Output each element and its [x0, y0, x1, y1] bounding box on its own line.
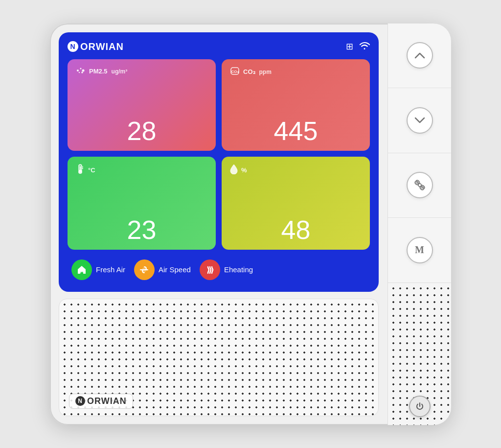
- mode-label: M: [415, 244, 424, 256]
- brand-logo: N ORWIAN: [68, 41, 124, 52]
- brand-text-bottom: ORWIAN: [87, 396, 127, 406]
- sensor-grid: PM2.5 ug/m³ 28 CO₂ CO₂: [68, 59, 370, 250]
- air-speed-button[interactable]: [134, 259, 155, 280]
- wifi-icon: [359, 41, 370, 52]
- mode-button[interactable]: M: [407, 237, 433, 263]
- right-controls: M: [388, 24, 451, 283]
- header-icons: ⊞: [346, 41, 370, 52]
- pm25-card: PM2.5 ug/m³ 28: [68, 59, 216, 151]
- pm25-icon: [75, 66, 86, 77]
- down-button[interactable]: [407, 107, 433, 134]
- humidity-icon: [229, 164, 238, 176]
- fresh-air-control[interactable]: Fresh Air: [71, 259, 125, 280]
- screen: N ORWIAN ⊞: [59, 32, 379, 292]
- co2-unit: ppm: [259, 69, 272, 75]
- device-left: N ORWIAN ⊞: [50, 24, 387, 425]
- eheating-label: Eheating: [224, 265, 253, 274]
- temp-icon: [75, 164, 85, 176]
- temp-label: °C: [75, 164, 208, 176]
- controls-row: Fresh Air Air Speed: [68, 257, 370, 283]
- temp-card: °C 23: [68, 157, 216, 250]
- brand-bottom: N ORWIAN: [69, 394, 133, 409]
- humidity-label: %: [229, 164, 362, 176]
- svg-rect-9: [80, 166, 81, 171]
- co2-label: CO₂ CO₂ ppm: [229, 66, 362, 78]
- co2-card: CO₂ CO₂ ppm 445: [222, 59, 370, 151]
- eheating-button[interactable]: [200, 259, 220, 280]
- right-bottom: [388, 283, 451, 425]
- humidity-label-text: %: [241, 166, 247, 174]
- svg-point-3: [79, 71, 80, 72]
- pm25-label-text: PM2.5: [89, 68, 108, 75]
- fresh-air-button[interactable]: [71, 259, 92, 280]
- svg-point-4: [81, 71, 83, 73]
- humidity-card: % 48: [222, 157, 370, 250]
- air-speed-control[interactable]: Air Speed: [134, 259, 191, 280]
- humidity-value: 48: [229, 216, 362, 243]
- mode-button-container[interactable]: M: [388, 218, 451, 283]
- svg-point-2: [82, 69, 85, 71]
- eheating-control[interactable]: Eheating: [200, 259, 253, 280]
- grid-icon: ⊞: [346, 41, 353, 52]
- device: N ORWIAN ⊞: [50, 24, 451, 425]
- screen-header: N ORWIAN ⊞: [68, 41, 370, 52]
- co2-icon: CO₂: [229, 66, 240, 78]
- device-right: M: [387, 24, 451, 425]
- air-speed-label: Air Speed: [159, 265, 191, 274]
- pm25-label: PM2.5 ug/m³: [75, 66, 208, 77]
- pm25-value: 28: [75, 118, 208, 144]
- pm25-unit: ug/m³: [112, 68, 128, 75]
- temp-value: 23: [75, 216, 208, 243]
- svg-point-1: [80, 68, 82, 69]
- fan-button[interactable]: [407, 172, 433, 198]
- fan-button-container[interactable]: [388, 153, 451, 218]
- brand-n-bottom: N: [75, 396, 85, 406]
- svg-text:CO₂: CO₂: [231, 70, 239, 74]
- co2-value: 445: [229, 118, 362, 144]
- power-button[interactable]: [409, 396, 431, 417]
- co2-label-text: CO₂: [243, 68, 255, 75]
- logo-text: ORWIAN: [80, 41, 124, 52]
- up-button-container[interactable]: [388, 24, 451, 89]
- fresh-air-label: Fresh Air: [96, 265, 125, 274]
- up-button[interactable]: [407, 42, 433, 69]
- speaker-left: N ORWIAN: [59, 299, 379, 416]
- logo-n: N: [68, 41, 78, 52]
- down-button-container[interactable]: [388, 88, 451, 153]
- svg-point-0: [77, 70, 79, 71]
- temp-label-text: °C: [88, 166, 95, 174]
- svg-point-13: [418, 184, 421, 187]
